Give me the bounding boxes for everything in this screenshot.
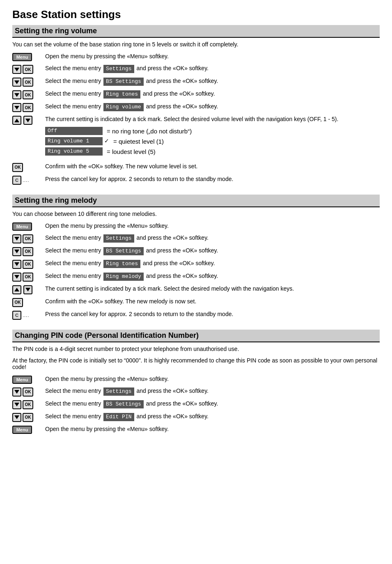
press-ok-label: and press the «OK» softkey.	[146, 400, 218, 407]
step-row: OK Select the menu entry Settings and pr…	[12, 234, 380, 243]
volume-option-1: Ring volume 1 ✓ = quietest level (1)	[45, 137, 380, 146]
step-text: Open the menu by pressing the «Menu» sof…	[45, 53, 380, 61]
arrow-down-icon	[14, 390, 19, 394]
section-intro-ring-melody: You can choose between 10 different ring…	[12, 211, 380, 217]
menu-entry-ring-melody: Ring melody	[103, 273, 144, 281]
step-text: Select the menu entry BS Settings and pr…	[45, 247, 380, 255]
select-menu-label: Select the menu entry	[45, 90, 101, 97]
select-menu-label: Select the menu entry	[45, 260, 101, 266]
ok-button-icon[interactable]: OK	[23, 387, 33, 397]
ok-button-icon[interactable]: OK	[23, 78, 33, 87]
step-text: Confirm with the «OK» softkey. The new m…	[45, 298, 380, 306]
nav-down-icon	[12, 234, 21, 243]
cancel-button-icon[interactable]: C	[12, 176, 21, 185]
step-icon-updown	[12, 285, 41, 294]
step-row: OK Select the menu entry BS Settings and…	[12, 400, 380, 409]
step-text: Open the menu by pressing the «Menu» sof…	[45, 425, 380, 433]
ok-button-icon[interactable]: OK	[23, 260, 33, 269]
step-row: OK Select the menu entry BS Settings and…	[12, 77, 380, 87]
nav-down-icon	[12, 273, 21, 282]
step-row: Menu Open the menu by pressing the «Menu…	[12, 53, 380, 61]
page-title: Base Station settings	[12, 8, 380, 21]
menu-entry-settings: Settings	[103, 234, 134, 243]
press-ok-label: and press the «OK» softkey.	[136, 65, 209, 71]
arrow-down-icon	[14, 106, 19, 110]
nav-down-icon	[12, 247, 21, 256]
ok-button-icon[interactable]: OK	[23, 234, 33, 243]
arrow-down-icon	[25, 119, 30, 122]
arrow-down-icon	[14, 68, 19, 71]
arrow-down-icon	[14, 275, 19, 279]
volume-label-5: Ring volume 5	[45, 147, 103, 156]
menu-button-icon[interactable]: Menu	[12, 222, 32, 231]
arrow-down-icon	[14, 93, 19, 97]
section-intro-pin-1: The PIN code is a 4-digit secret number …	[12, 346, 380, 352]
step-text: Select the menu entry Ring volume and pr…	[45, 103, 380, 111]
menu-entry-settings: Settings	[103, 65, 134, 73]
step-text: Select the menu entry Ring tones and pre…	[45, 90, 380, 99]
ok-button-icon[interactable]: OK	[12, 163, 23, 172]
menu-entry-bs-settings: BS Settings	[103, 400, 144, 408]
press-ok-label: and press the «OK» softkey.	[146, 247, 218, 254]
ok-button-icon[interactable]: OK	[23, 400, 33, 409]
step-row: C .... Press the cancel key for approx. …	[12, 175, 380, 185]
step-row: OK Select the menu entry Ring melody and…	[12, 272, 380, 282]
select-menu-label: Select the menu entry	[45, 387, 101, 394]
step-icon-ok-only: OK	[12, 163, 41, 172]
menu-entry-bs-settings: BS Settings	[103, 247, 144, 255]
volume-label-1: Ring volume 1	[45, 137, 103, 145]
step-row: OK Confirm with the «OK» softkey. The ne…	[12, 163, 380, 172]
ok-button-icon[interactable]: OK	[23, 65, 33, 74]
volume-desc-off: = no ring tone („do not disturb“)	[107, 127, 192, 135]
step-text: The current setting is indicated by a ti…	[45, 285, 380, 293]
ok-button-icon[interactable]: OK	[23, 103, 33, 112]
step-row: The current setting is indicated by a ti…	[12, 115, 380, 159]
menu-button-icon[interactable]: Menu	[12, 426, 32, 434]
press-ok-label: and press the «OK» softkey.	[146, 273, 218, 279]
step-row: OK Select the menu entry Ring tones and …	[12, 90, 380, 99]
arrow-down-icon	[14, 80, 19, 84]
ok-button-icon[interactable]: OK	[23, 90, 33, 99]
volume-desc-5: = loudest level (5)	[107, 147, 156, 156]
step-text: Select the menu entry Settings and press…	[45, 387, 380, 396]
section-pin-code: Changing PIN code (Personal Identificati…	[12, 330, 380, 434]
step-row: Menu Open the menu by pressing the «Menu…	[12, 425, 380, 434]
step-row: OK Select the menu entry Ring volume and…	[12, 103, 380, 112]
nav-down-icon	[12, 387, 21, 397]
ok-button-icon[interactable]: OK	[23, 413, 33, 422]
step-icon-nav-ok: OK	[12, 259, 41, 269]
arrow-down-icon	[14, 250, 19, 253]
menu-button-icon[interactable]: Menu	[12, 53, 32, 61]
press-ok-label: and press the «OK» softkey.	[136, 234, 209, 241]
volume-option-5: Ring volume 5 = loudest level (5)	[45, 147, 380, 156]
step-icon-nav-ok: OK	[12, 400, 41, 409]
step-row: OK Select the menu entry Edit PIN and pr…	[12, 413, 380, 422]
menu-button-icon[interactable]: Menu	[12, 376, 32, 384]
step-icon-menu: Menu	[12, 375, 41, 384]
step-row: Menu Open the menu by pressing the «Menu…	[12, 375, 380, 384]
cancel-button-icon[interactable]: C	[12, 311, 21, 320]
press-ok-label: and press the «OK» softkey.	[143, 260, 215, 266]
nav-down-icon	[12, 103, 21, 112]
ok-button-icon[interactable]: OK	[23, 247, 33, 256]
select-menu-label: Select the menu entry	[45, 413, 101, 420]
arrow-up-icon	[14, 288, 19, 291]
step-text: Select the menu entry Ring melody and pr…	[45, 272, 380, 281]
volume-options-table: Off = no ring tone („do not disturb“) Ri…	[45, 127, 380, 156]
nav-down-icon	[12, 400, 21, 409]
select-menu-label: Select the menu entry	[45, 78, 101, 84]
section-ring-melody: Setting the ring melody You can choose b…	[12, 195, 380, 320]
ok-button-icon[interactable]: OK	[12, 298, 23, 307]
menu-entry-edit-pin: Edit PIN	[103, 413, 134, 421]
press-ok-label: and press the «OK» softkey.	[143, 90, 215, 97]
step-icon-menu: Menu	[12, 53, 41, 61]
step-text: Open the menu by pressing the «Menu» sof…	[45, 375, 380, 383]
ok-button-icon[interactable]: OK	[23, 273, 33, 282]
step-text: Press the cancel key for approx. 2 secon…	[45, 175, 380, 183]
menu-entry-ring-volume: Ring volume	[103, 103, 144, 111]
arrow-up-icon	[14, 119, 19, 122]
section-intro-pin-2: At the factory, the PIN code is initiall…	[12, 357, 380, 370]
step-icon-nav-ok: OK	[12, 413, 41, 422]
nav-down-icon	[12, 413, 21, 422]
step-text: Select the menu entry BS Settings and pr…	[45, 77, 380, 86]
